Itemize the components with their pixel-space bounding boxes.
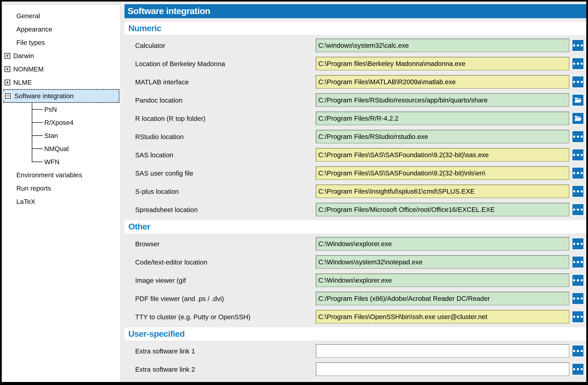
pdf-file-viewer-and-ps-dvi-browse-button[interactable] [572,293,584,304]
settings-panel: Numeric Calculator C:\windows\system32\c… [125,22,586,379]
setting-label: Location of Berkeley Madonna [135,55,225,73]
setting-row-calculator: Calculator C:\windows\system32\calc.exe [125,37,586,55]
section-title: User-specified [125,327,185,341]
sidebar-item-general[interactable]: General [3,9,120,23]
setting-row-image-viewer-gif: Image viewer (gif C:\Windows\explorer.ex… [125,271,586,290]
sidebar-item-label: LaTeX [16,198,35,205]
extra-software-link-1-browse-button[interactable] [572,345,584,357]
setting-label: Pandoc location [135,91,183,109]
sas-location-browse-button[interactable] [572,149,584,160]
setting-label: PDF file viewer (and .ps / .dvi) [135,290,224,308]
ellipsis-icon [573,243,583,245]
ellipsis-icon [573,136,583,138]
s-plus-location-browse-button[interactable] [572,186,584,197]
setting-row-s-plus-location: S-plus location C:\Program Files\Insight… [125,182,586,201]
setting-row-sas-location: SAS location C:\Program Files\SAS\SASFou… [125,146,586,164]
pdf-file-viewer-and-ps-dvi-field[interactable]: C:/Program Files (x86)/Adobe/Acrobat Rea… [316,292,569,305]
setting-label: Extra software link 1 [135,342,195,360]
code-text-editor-location-browse-button[interactable] [572,257,584,267]
ellipsis-icon [573,81,583,83]
pandoc-location-field[interactable]: C:/Program Files/RStudio/resources/app/b… [316,93,569,107]
sas-user-config-file-field[interactable]: C:\Program Files\SAS\SASFoundation\9.2(3… [316,166,569,180]
spreadsheet-location-browse-button[interactable] [572,204,584,215]
sidebar-subitem-label: PsN [44,106,57,113]
sidebar-item-latex[interactable]: LaTeX [3,195,120,208]
sidebar-subitem-psn[interactable]: PsN [32,103,120,116]
calculator-field[interactable]: C:\windows\system32\calc.exe [316,39,569,52]
sidebar-item-file-types[interactable]: File types [3,36,120,49]
setting-label: Extra software link 2 [135,360,195,379]
ellipsis-icon [573,172,583,174]
sidebar-item-label: Environment variables [16,171,82,179]
setting-label: Code/text-editor location [135,253,207,271]
extra-software-link-2-browse-button[interactable] [572,364,584,375]
ellipsis-icon [573,208,583,211]
sidebar-subitem-nmqual[interactable]: NMQual [32,142,120,155]
rstudio-location-field[interactable]: C:/Program Files/RStudio/rstudio.exe [316,130,569,143]
matlab-interface-field[interactable]: C:\Program Files\MATLAB\R2009a\matlab.ex… [316,75,569,89]
spreadsheet-location-field[interactable]: C:/Program Files/Microsoft Office/root/O… [316,203,569,216]
minus-icon[interactable] [5,93,11,99]
sidebar-item-label: Run reports [16,184,51,192]
rstudio-location-browse-button[interactable] [572,131,584,142]
sidebar-item-environment-variables[interactable]: Environment variables [3,168,120,182]
r-location-r-top-folder-browse-button[interactable] [572,113,584,124]
sidebar-item-nlme[interactable]: NLME [3,76,120,89]
setting-label: TTY to cluster (e.g. Putty or OpenSSH) [135,308,250,326]
section-header-numeric: Numeric [125,22,586,35]
ellipsis-icon [573,261,583,263]
image-viewer-gif-browse-button[interactable] [572,275,584,286]
plus-icon[interactable] [4,66,10,72]
setting-row-sas-user-config-file: SAS user config file C:\Program Files\SA… [125,164,586,182]
r-location-r-top-folder-field[interactable]: C:/Program Files/R/R-4.2.2 [316,112,569,125]
sidebar-item-label: File types [16,39,45,46]
preferences-window: General Appearance File types Darwin NON… [2,1,586,382]
sas-user-config-file-browse-button[interactable] [572,168,584,179]
sidebar-item-label: Appearance [16,25,52,33]
sidebar-item-run-reports[interactable]: Run reports [3,182,120,195]
sidebar-subitem-stan[interactable]: Stan [32,129,120,142]
pandoc-location-browse-button[interactable] [572,95,584,106]
ellipsis-icon [573,154,583,156]
s-plus-location-field[interactable]: C:\Program Files\Insightful\splus61\cmd\… [316,184,569,198]
sidebar-item-darwin[interactable]: Darwin [3,49,120,62]
setting-label: Image viewer (gif [135,271,186,290]
open-folder-icon [574,97,582,103]
location-of-berkeley-madonna-field[interactable]: C:\Program files\Berkeley Madonna\madonn… [316,57,569,70]
code-text-editor-location-field[interactable]: C:\Windows\system32\notepad.exe [316,255,569,269]
section-title: Other [125,220,150,233]
matlab-interface-browse-button[interactable] [572,76,584,87]
setting-label: R location (R top folder) [135,109,206,128]
sidebar-item-nonmem[interactable]: NONMEM [3,62,120,76]
plus-icon[interactable] [4,80,10,85]
setting-row-browser: Browser C:\Windows\explorer.exe [125,235,586,253]
tty-to-cluster-e-g-putty-or-openssh-browse-button[interactable] [572,311,584,322]
sidebar-item-label: General [16,12,40,20]
sidebar-subitem-label: WFN [44,158,60,166]
sidebar-subtree: PsN R/Xpose4 Stan NMQual WFN [32,103,120,168]
setting-row-r-location-r-top-folder: R location (R top folder) C:/Program Fil… [125,109,586,128]
location-of-berkeley-madonna-browse-button[interactable] [572,58,584,69]
sidebar-subitem-label: NMQual [44,145,69,153]
sidebar-subitem-wfn[interactable]: WFN [32,155,120,168]
setting-row-tty-to-cluster-e-g-putty-or-openssh: TTY to cluster (e.g. Putty or OpenSSH) C… [125,308,586,326]
sidebar-item-appearance[interactable]: Appearance [3,23,120,36]
setting-row-extra-software-link-1: Extra software link 1 [125,342,586,360]
sidebar-subitem-label: Stan [44,132,58,140]
tty-to-cluster-e-g-putty-or-openssh-field[interactable]: C:\Program Files\OpenSSH\bin\ssh.exe use… [316,310,569,324]
calculator-browse-button[interactable] [572,40,584,51]
browser-field[interactable]: C:\Windows\explorer.exe [316,237,569,251]
section-title: Numeric [125,22,161,35]
extra-software-link-2-field[interactable] [316,362,569,376]
setting-row-pandoc-location: Pandoc location C:/Program Files/RStudio… [125,91,586,109]
extra-software-link-1-field[interactable] [316,344,569,358]
plus-icon[interactable] [4,53,10,59]
sidebar-subitem-r-xpose4[interactable]: R/Xpose4 [32,116,120,129]
browser-browse-button[interactable] [572,238,584,249]
setting-row-rstudio-location: RStudio location C:/Program Files/RStudi… [125,128,586,146]
setting-row-pdf-file-viewer-and-ps-dvi: PDF file viewer (and .ps / .dvi) C:/Prog… [125,290,586,308]
sidebar-item-software-integration[interactable]: Software integration [3,89,119,103]
image-viewer-gif-field[interactable]: C:\Windows\explorer.exe [316,273,569,287]
sas-location-field[interactable]: C:\Program Files\SAS\SASFoundation\9.2(3… [316,148,569,162]
setting-row-extra-software-link-2: Extra software link 2 [125,360,586,379]
